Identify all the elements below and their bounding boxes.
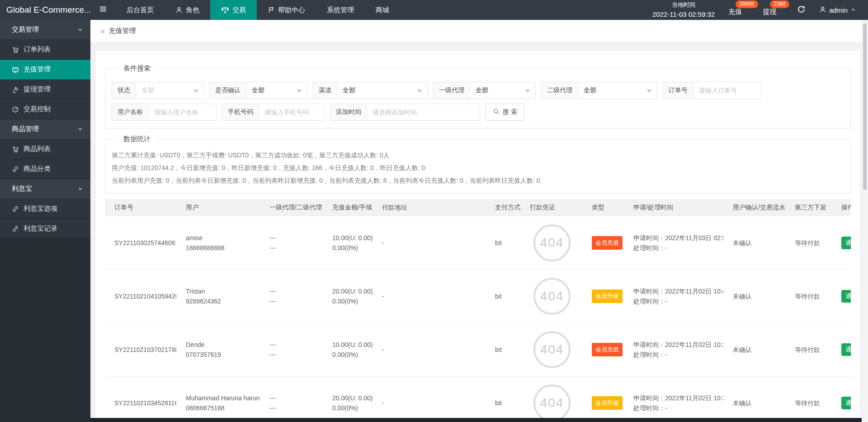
cell-agents: --- --- bbox=[260, 270, 323, 323]
nav-item-label: 帮助中心 bbox=[278, 6, 305, 14]
chevron-up-icon bbox=[850, 6, 856, 14]
voucher-image-placeholder[interactable]: 404 bbox=[533, 278, 571, 315]
cell-user-confirm: 未确认 bbox=[723, 376, 785, 422]
chevron-down-icon bbox=[77, 27, 83, 33]
refresh-button[interactable] bbox=[797, 5, 806, 15]
sidebar-item-withdraw-management[interactable]: 提现管理 bbox=[0, 80, 90, 100]
col-user: 用户 bbox=[176, 199, 260, 216]
nav-item-dashboard[interactable]: 后台首页 bbox=[116, 0, 165, 20]
nav-item-trade[interactable]: 交易 bbox=[210, 0, 257, 20]
chevron-down-icon bbox=[77, 186, 83, 192]
nav-item-help-center[interactable]: 帮助中心 bbox=[257, 0, 316, 20]
person-icon bbox=[175, 6, 183, 14]
col-pay-address: 付款地址 bbox=[373, 199, 486, 216]
add-time-input[interactable] bbox=[367, 104, 480, 121]
nav-item-label: 交易 bbox=[232, 6, 246, 14]
stats-line-current-list: 当前列表用户充值: 0，当前列表今日新增充值: 0，当前列表昨日新增充值: 0，… bbox=[112, 175, 844, 186]
top-navigation: 后台首页 角色 交易 帮助中心 系统管理 商城 bbox=[116, 0, 400, 20]
col-amount-fee: 充值金额/手续费 bbox=[323, 199, 373, 216]
search-button[interactable]: 搜 索 bbox=[486, 104, 524, 121]
cell-times: 申请时间：2022年11月03日 02:57:44 处理时间：- bbox=[624, 216, 723, 270]
confirm-filter: 是否确认 全部 bbox=[209, 82, 307, 99]
agent1-select[interactable]: 全部 bbox=[470, 82, 536, 99]
vertical-scrollbar[interactable] bbox=[862, 20, 868, 422]
caret-down-icon bbox=[193, 90, 198, 93]
sidebar-item-label: 利息宝选项 bbox=[24, 204, 57, 213]
agent2-filter: 二级代理 全部 bbox=[541, 82, 657, 99]
agent-level2: --- bbox=[269, 296, 319, 306]
sidebar-item-label: 商品列表 bbox=[24, 145, 51, 153]
horizontal-scrollbar[interactable] bbox=[90, 418, 862, 422]
filter-row-1: 状态 全部 是否确认 全部 渠道 全部 bbox=[112, 82, 844, 99]
order-no-input[interactable] bbox=[693, 82, 761, 99]
add-time-filter-label: 添加时间 bbox=[330, 104, 367, 121]
sidebar-item-label: 交易控制 bbox=[24, 105, 51, 114]
nav-item-label: 商城 bbox=[376, 6, 389, 14]
user-menu[interactable]: admin bbox=[819, 6, 856, 14]
search-icon bbox=[493, 108, 500, 116]
nav-item-roles[interactable]: 角色 bbox=[165, 0, 210, 20]
sidebar-item-interest-options[interactable]: 利息宝选项 bbox=[0, 199, 90, 219]
pass-button[interactable]: 通过 bbox=[841, 343, 851, 356]
cell-amount: 20.00(U: 0.00) 0.00(0%) bbox=[323, 376, 373, 422]
nav-item-mall[interactable]: 商城 bbox=[365, 0, 400, 20]
cell-user: amise 18888888888 bbox=[176, 216, 260, 270]
user-phone: 9289624362 bbox=[186, 296, 256, 306]
nav-item-system[interactable]: 系统管理 bbox=[316, 0, 365, 20]
sidebar-item-label: 商品分类 bbox=[24, 165, 51, 173]
status-filter: 状态 全部 bbox=[112, 82, 204, 99]
sidebar-item-trade-control[interactable]: 交易控制 bbox=[0, 100, 90, 119]
pass-button[interactable]: 通过 bbox=[841, 290, 851, 303]
stats-line-third-party: 第三方累计充值: USDT0，第三方手续费: USDT0，第三方成功收款: 0笔… bbox=[112, 150, 844, 161]
cell-actions: 通过 bbox=[832, 323, 851, 376]
phone-input[interactable] bbox=[259, 104, 325, 121]
voucher-image-placeholder[interactable]: 404 bbox=[533, 331, 571, 368]
recharge-quick-link[interactable]: 29959 充值 bbox=[728, 4, 742, 16]
withdraw-quick-link[interactable]: 2369 提现 bbox=[763, 4, 776, 16]
breadcrumb: » 充值管理 bbox=[90, 20, 862, 43]
channel-select[interactable]: 全部 bbox=[337, 82, 428, 99]
status-select[interactable]: 全部 bbox=[136, 82, 204, 99]
cell-agents: --- --- bbox=[260, 323, 323, 376]
flag-icon bbox=[268, 6, 275, 14]
cell-third-party: 等待付款 bbox=[785, 376, 832, 422]
voucher-image-placeholder[interactable]: 404 bbox=[533, 224, 571, 261]
fee-value: 0.00(0%) bbox=[332, 296, 369, 306]
apply-time: 申请时间：2022年11月02日 10:41:05 bbox=[633, 286, 720, 296]
agent2-select[interactable]: 全部 bbox=[578, 82, 657, 99]
sidebar-item-product-list[interactable]: 商品列表 bbox=[0, 139, 90, 159]
cell-order-no: SY2211030257446067 bbox=[105, 216, 176, 270]
menu-toggle-button[interactable] bbox=[90, 0, 116, 20]
sidebar-group-interest-treasure[interactable]: 利息宝 bbox=[0, 179, 90, 199]
confirm-select[interactable]: 全部 bbox=[246, 82, 307, 99]
cell-pay-method: bit bbox=[486, 323, 520, 376]
cell-third-party: 等待付款 bbox=[785, 323, 832, 376]
user-phone: 18888888888 bbox=[186, 243, 256, 253]
cell-times: 申请时间：2022年11月02日 10:37:02 处理时间：- bbox=[624, 323, 723, 376]
col-user-confirm: 用户确认/交易流水号 bbox=[723, 199, 785, 216]
sidebar-item-product-category[interactable]: 商品分类 bbox=[0, 159, 90, 179]
sidebar-group-trade-management[interactable]: 交易管理 bbox=[0, 20, 90, 40]
cell-pay-address: - bbox=[373, 323, 486, 376]
cell-actions: 通过 bbox=[832, 216, 851, 270]
pass-button[interactable]: 通过 bbox=[841, 397, 851, 409]
sidebar-item-interest-records[interactable]: 利息宝记录 bbox=[0, 219, 90, 239]
sidebar-group-label: 交易管理 bbox=[12, 25, 39, 34]
cell-user-confirm: 未确认 bbox=[723, 323, 785, 376]
col-apply-process-time: 申请/处理时间 bbox=[624, 199, 723, 216]
sidebar-group-product-management[interactable]: 商品管理 bbox=[0, 119, 90, 139]
voucher-image-placeholder[interactable]: 404 bbox=[533, 384, 571, 422]
user-name-input[interactable] bbox=[149, 104, 217, 121]
sidebar-item-order-list[interactable]: 订单列表 bbox=[0, 40, 90, 60]
vertical-scrollbar-thumb[interactable] bbox=[863, 24, 867, 190]
cell-pay-address: - bbox=[373, 216, 486, 270]
topbar: Global E-Commerce... 后台首页 角色 交易 帮助中心 bbox=[0, 0, 868, 20]
scales-icon bbox=[221, 6, 229, 14]
cell-user-confirm: 未确认 bbox=[723, 216, 785, 270]
cell-pay-method: bit bbox=[486, 376, 520, 422]
pass-button[interactable]: 通过 bbox=[841, 237, 851, 249]
agent-level2: --- bbox=[269, 350, 319, 360]
cell-pay-address: - bbox=[373, 376, 486, 422]
cell-voucher: 404 bbox=[520, 270, 582, 323]
sidebar-item-recharge-management[interactable]: 充值管理 bbox=[0, 60, 90, 80]
